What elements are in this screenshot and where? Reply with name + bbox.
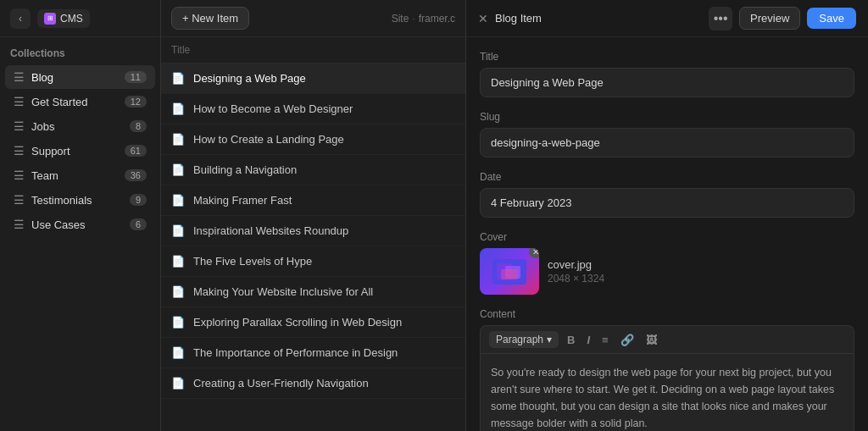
chevron-down-icon: ▾ xyxy=(547,334,552,345)
new-item-button[interactable]: + New Item xyxy=(171,7,249,30)
cover-dimensions: 2048 × 1324 xyxy=(548,273,604,285)
sidebar-item-blog[interactable]: ☰ Blog 11 xyxy=(5,65,155,89)
list-item[interactable]: 📄 Inspirational Websites Roundup xyxy=(161,216,465,246)
collection-icon: ☰ xyxy=(14,218,25,231)
column-header: Title xyxy=(161,37,465,64)
list-items-container: 📄 Designing a Web Page 📄 How to Become a… xyxy=(161,64,465,431)
cover-filename: cover.jpg xyxy=(548,258,604,271)
cms-icon: ⊞ xyxy=(44,13,56,25)
paragraph-label: Paragraph xyxy=(496,334,543,345)
list-item[interactable]: 📄 Exploring Parallax Scrolling in Web De… xyxy=(161,307,465,338)
collection-icon: ☰ xyxy=(14,169,25,182)
item-doc-icon: 📄 xyxy=(171,72,185,85)
item-title: The Five Levels of Hype xyxy=(193,255,312,268)
content-area[interactable]: So you're ready to design the web page f… xyxy=(480,353,854,431)
collection-name: Team xyxy=(31,169,118,182)
collection-icon: ☰ xyxy=(14,144,25,157)
collection-count: 36 xyxy=(125,169,147,181)
close-icon[interactable]: ✕ xyxy=(478,12,488,25)
list-item[interactable]: 📄 Creating a User-Friendly Navigation xyxy=(161,368,465,399)
svg-rect-3 xyxy=(501,269,518,279)
item-title: Inspirational Websites Roundup xyxy=(193,224,348,237)
item-doc-icon: 📄 xyxy=(171,346,185,359)
title-label: Title xyxy=(480,51,854,63)
collection-count: 9 xyxy=(130,194,147,206)
collection-name: Get Started xyxy=(31,96,118,108)
cms-label: CMS xyxy=(60,13,83,25)
content-toolbar: Paragraph ▾ B I ≡ 🔗 🖼 xyxy=(480,325,854,353)
collections-list: ☰ Blog 11 ☰ Get Started 12 ☰ Jobs 8 ☰ Su… xyxy=(0,64,160,237)
sidebar-item-support[interactable]: ☰ Support 61 xyxy=(5,139,155,163)
more-options-button[interactable]: ••• xyxy=(709,7,732,30)
list-item[interactable]: 📄 The Importance of Performance in Desig… xyxy=(161,338,465,368)
slug-label: Slug xyxy=(480,111,854,123)
collection-count: 61 xyxy=(125,145,147,157)
italic-button[interactable]: I xyxy=(583,332,593,348)
middle-panel: + New Item Site · framer.c Title 📄 Desig… xyxy=(161,0,466,431)
sidebar-item-team[interactable]: ☰ Team 36 xyxy=(5,163,155,187)
right-header: ✕ Blog Item ••• Preview Save xyxy=(466,0,868,37)
bold-button[interactable]: B xyxy=(564,332,578,348)
back-button[interactable]: ‹ xyxy=(10,8,31,29)
cover-area: ✕ cover.jpg 2048 × 1324 xyxy=(480,248,854,295)
item-doc-icon: 📄 xyxy=(171,194,185,207)
collection-name: Testimonials xyxy=(31,194,123,207)
image-button[interactable]: 🖼 xyxy=(643,332,660,348)
collection-name: Support xyxy=(31,145,118,157)
list-button[interactable]: ≡ xyxy=(598,332,612,348)
content-paragraph: So you're ready to design the web page f… xyxy=(491,364,843,431)
item-title: Exploring Parallax Scrolling in Web Desi… xyxy=(193,316,402,329)
cover-info: cover.jpg 2048 × 1324 xyxy=(548,258,604,285)
preview-button[interactable]: Preview xyxy=(739,7,800,30)
link-button[interactable]: 🔗 xyxy=(617,332,637,348)
sidebar-item-get-started[interactable]: ☰ Get Started 12 xyxy=(5,90,155,113)
list-item[interactable]: 📄 Building a Navigation xyxy=(161,155,465,185)
item-title: Making Your Website Inclusive for All xyxy=(193,285,373,298)
sidebar-item-jobs[interactable]: ☰ Jobs 8 xyxy=(5,114,155,138)
save-button[interactable]: Save xyxy=(807,8,856,29)
date-input[interactable] xyxy=(480,188,854,218)
item-doc-icon: 📄 xyxy=(171,163,185,176)
collection-count: 6 xyxy=(130,218,147,230)
item-title: Building a Navigation xyxy=(193,163,297,176)
list-item[interactable]: 📄 The Five Levels of Hype xyxy=(161,246,465,277)
collection-icon: ☰ xyxy=(14,119,25,133)
cover-thumbnail[interactable]: ✕ xyxy=(480,248,539,295)
list-item[interactable]: 📄 Designing a Web Page xyxy=(161,64,465,94)
list-item[interactable]: 📄 How to Become a Web Designer xyxy=(161,94,465,124)
collection-name: Jobs xyxy=(31,120,123,133)
sidebar: ‹ ⊞ CMS Collections ☰ Blog 11 ☰ Get Star… xyxy=(0,0,161,431)
list-item[interactable]: 📄 How to Create a Landing Page xyxy=(161,124,465,155)
item-doc-icon: 📄 xyxy=(171,224,185,237)
cover-label: Cover xyxy=(480,231,854,243)
slug-field-group: Slug xyxy=(480,111,854,157)
item-title: Creating a User-Friendly Navigation xyxy=(193,377,369,390)
list-item[interactable]: 📄 Making Your Website Inclusive for All xyxy=(161,277,465,307)
item-doc-icon: 📄 xyxy=(171,102,185,115)
slug-input[interactable] xyxy=(480,128,854,157)
cover-field-group: Cover ✕ cover.jpg 2048 × 132 xyxy=(480,231,854,295)
collection-count: 12 xyxy=(125,96,147,108)
collection-icon: ☰ xyxy=(14,95,25,108)
list-item[interactable]: 📄 Making Framer Fast xyxy=(161,185,465,216)
date-label: Date xyxy=(480,171,854,183)
collection-count: 8 xyxy=(130,120,147,132)
sidebar-item-use-cases[interactable]: ☰ Use Cases 6 xyxy=(5,213,155,236)
item-title: How to Create a Landing Page xyxy=(193,133,344,146)
date-field-group: Date xyxy=(480,171,854,218)
item-title: The Importance of Performance in Design xyxy=(193,346,398,359)
middle-header: + New Item Site · framer.c xyxy=(161,0,465,37)
sidebar-item-testimonials[interactable]: ☰ Testimonials 9 xyxy=(5,188,155,212)
paragraph-selector[interactable]: Paragraph ▾ xyxy=(489,331,559,348)
item-doc-icon: 📄 xyxy=(171,255,185,268)
more-icon: ••• xyxy=(714,11,728,26)
right-panel: ✕ Blog Item ••• Preview Save Title Slug … xyxy=(466,0,868,431)
title-input[interactable] xyxy=(480,68,854,97)
collection-name: Use Cases xyxy=(31,218,123,231)
site-info: Site · framer.c xyxy=(392,13,455,25)
panel-title: Blog Item xyxy=(495,12,542,25)
item-doc-icon: 📄 xyxy=(171,133,185,146)
collections-label: Collections xyxy=(0,37,160,64)
item-title: Designing a Web Page xyxy=(193,72,306,85)
content-label: Content xyxy=(480,308,854,320)
